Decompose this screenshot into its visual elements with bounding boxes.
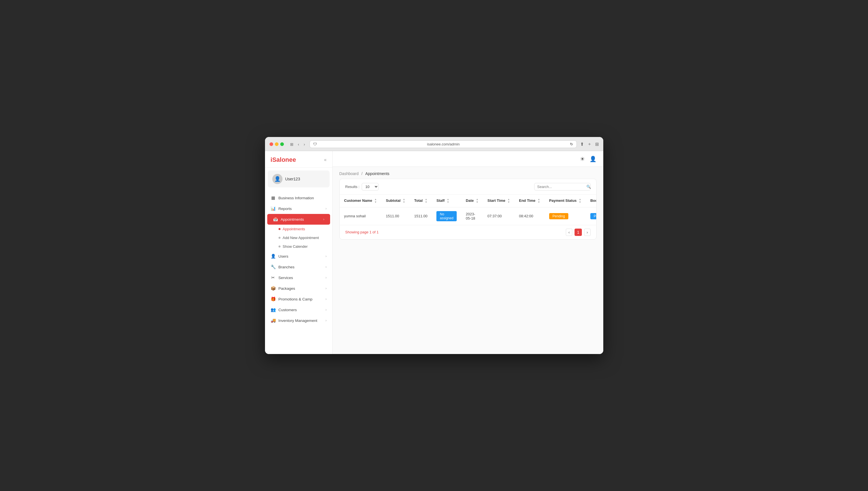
cell-end-time: 08:42:00 (515, 207, 545, 225)
cell-start-time: 07:37:00 (483, 207, 515, 225)
payment-status-badge: Pending (549, 213, 568, 219)
sidebar-item-reports[interactable]: 📊 Reports › (265, 203, 332, 214)
users-icon: 👤 (271, 254, 276, 259)
staff-badge: No assigned (436, 211, 457, 221)
reload-icon[interactable]: ↻ (570, 142, 573, 146)
nav-item-left: 📦 Packages (271, 286, 295, 291)
sidebar-item-label: Appointments (281, 217, 304, 222)
main-content: ☀ 👤 Dashboard / Appointments Results : 1… (332, 151, 603, 354)
sub-nav-label: Add New Appointment (283, 236, 319, 240)
page-info: Showing page 1 of 1 (345, 230, 379, 234)
sidebar-item-label: Promotions & Camp (279, 297, 313, 301)
sidebar-item-label: Reports (279, 207, 292, 211)
col-booking-status[interactable]: Booking Status ▲▼ (586, 195, 596, 207)
sidebar-toggle-btn[interactable]: ⊞ (289, 142, 295, 147)
new-tab-icon[interactable]: ＋ (587, 141, 592, 147)
results-per-page-select[interactable]: 10 25 50 100 (362, 183, 379, 191)
sidebar-item-users[interactable]: 👤 Users › (265, 251, 332, 262)
sidebar-item-business-information[interactable]: ▦ Business Information (265, 193, 332, 203)
sort-icons: ▲▼ (508, 198, 510, 204)
appointments-table: Customer Name ▲▼ Subtotal ▲▼ Total (340, 195, 596, 225)
browser-chrome: ⊞ ‹ › 🛡 isalonee.com/admin ↻ ⬆ ＋ ⊞ (265, 137, 603, 151)
logo-salonee: Salonee (272, 156, 296, 163)
traffic-light-yellow[interactable] (275, 142, 279, 146)
chevron-right-icon: › (326, 308, 327, 312)
browser-window: ⊞ ‹ › 🛡 isalonee.com/admin ↻ ⬆ ＋ ⊞ iSalo… (265, 137, 603, 354)
card-header: Results : 10 25 50 100 🔍 (340, 179, 596, 195)
cell-customer-name: yumna sohail (340, 207, 381, 225)
nav-item-left: ▦ Business Information (271, 195, 314, 200)
search-box[interactable]: 🔍 (534, 183, 590, 191)
empty-dot (279, 246, 281, 248)
back-btn[interactable]: ‹ (297, 142, 300, 147)
sort-icons: ▲▼ (403, 198, 405, 204)
col-date[interactable]: Date ▲▼ (461, 195, 483, 207)
traffic-light-green[interactable] (280, 142, 284, 146)
breadcrumb-separator: / (361, 171, 363, 176)
chevron-right-icon: › (326, 276, 327, 280)
sidebar-item-label: Users (279, 254, 288, 258)
shield-icon: 🛡 (313, 142, 317, 146)
booking-status-badge: Pending (590, 213, 596, 219)
search-input[interactable] (537, 184, 585, 189)
results-label: Results : 10 25 50 100 (345, 183, 379, 191)
cell-date: 2023-05-18 (461, 207, 483, 225)
next-page-btn[interactable]: › (584, 229, 590, 236)
cell-staff: No assigned (432, 207, 461, 225)
sub-nav-show-calender[interactable]: Show Calender (265, 242, 332, 251)
forward-btn[interactable]: › (302, 142, 306, 147)
chevron-right-icon: › (323, 217, 324, 221)
prev-page-btn[interactable]: ‹ (566, 229, 572, 236)
cell-booking-status: Pending (586, 207, 596, 225)
browser-right-controls: ⬆ ＋ ⊞ (580, 141, 599, 147)
col-total[interactable]: Total ▲▼ (410, 195, 432, 207)
appointments-icon: 📅 (273, 217, 278, 222)
col-staff[interactable]: Staff ▲▼ (432, 195, 461, 207)
table-header-row: Customer Name ▲▼ Subtotal ▲▼ Total (340, 195, 596, 207)
sidebar-item-services[interactable]: ✂ Services › (265, 272, 332, 283)
sidebar-item-branches[interactable]: 🔧 Branches › (265, 262, 332, 272)
grid-icon[interactable]: ⊞ (595, 142, 599, 147)
sidebar-item-label: Business Information (279, 196, 314, 200)
customers-icon: 👥 (271, 307, 276, 312)
active-dot (279, 228, 281, 230)
pagination: ‹ 1 › (566, 229, 590, 236)
col-end-time[interactable]: End Time ▲▼ (515, 195, 545, 207)
sidebar-item-label: Customers (279, 308, 297, 312)
nav-item-left: 📊 Reports (271, 206, 292, 211)
sidebar-item-label: Packages (279, 286, 295, 291)
breadcrumb-current: Appointments (365, 171, 389, 176)
sidebar-item-promotions[interactable]: 🎁 Promotions & Camp › (265, 294, 332, 305)
col-start-time[interactable]: Start Time ▲▼ (483, 195, 515, 207)
sub-nav-appointments[interactable]: Appointments (265, 225, 332, 233)
topbar: ☀ 👤 (332, 151, 603, 167)
nav-section: ▦ Business Information 📊 Reports › 📅 App… (265, 190, 332, 328)
sidebar-item-appointments[interactable]: 📅 Appointments › (267, 214, 330, 225)
user-profile-icon[interactable]: 👤 (589, 155, 597, 162)
sub-nav-add-new-appointment[interactable]: Add New Appointment (265, 233, 332, 242)
inventory-icon: 🚚 (271, 318, 276, 323)
sidebar-item-inventory[interactable]: 🚚 Inventory Management › (265, 315, 332, 326)
nav-item-left: 👥 Customers (271, 307, 297, 312)
sidebar-item-customers[interactable]: 👥 Customers › (265, 305, 332, 315)
theme-toggle-icon[interactable]: ☀ (580, 155, 585, 162)
breadcrumb: Dashboard / Appointments (332, 167, 603, 179)
appointments-table-container: Customer Name ▲▼ Subtotal ▲▼ Total (340, 195, 596, 225)
col-customer-name[interactable]: Customer Name ▲▼ (340, 195, 381, 207)
branches-icon: 🔧 (271, 264, 276, 269)
breadcrumb-dashboard[interactable]: Dashboard (340, 171, 359, 176)
collapse-sidebar-btn[interactable]: « (324, 157, 327, 162)
business-icon: ▦ (271, 195, 276, 200)
page-1-btn[interactable]: 1 (575, 229, 582, 236)
app-container: iSalonee « 👤 User123 ▦ Business Informat… (265, 151, 603, 354)
col-subtotal[interactable]: Subtotal ▲▼ (381, 195, 410, 207)
traffic-light-red[interactable] (269, 142, 273, 146)
col-payment-status[interactable]: Payment Status ▲▼ (545, 195, 586, 207)
services-icon: ✂ (271, 275, 276, 280)
sort-icons: ▲▼ (476, 198, 479, 204)
share-icon[interactable]: ⬆ (580, 142, 584, 147)
address-bar[interactable]: 🛡 isalonee.com/admin ↻ (310, 140, 577, 148)
search-icon: 🔍 (586, 184, 591, 189)
sidebar-item-packages[interactable]: 📦 Packages › (265, 283, 332, 294)
topbar-icons: ☀ 👤 (580, 155, 597, 162)
